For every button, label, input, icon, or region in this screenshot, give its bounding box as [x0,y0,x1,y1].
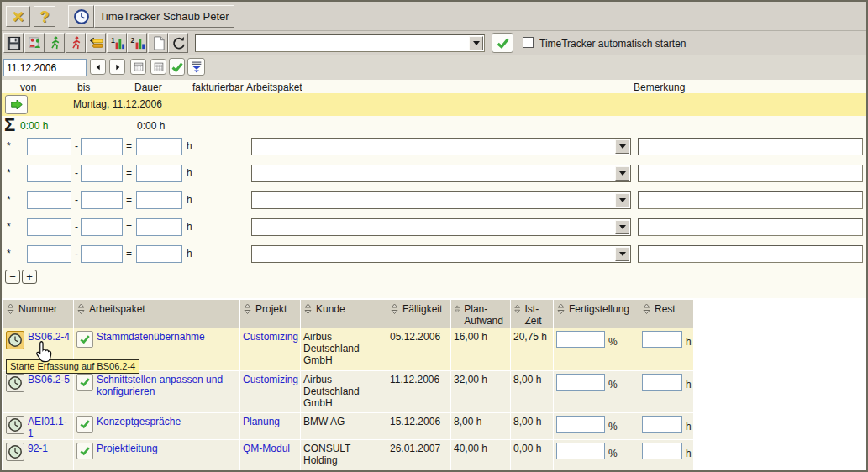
bemerkung-input[interactable] [638,218,863,236]
go-to-day-button[interactable] [5,95,28,114]
col-header-rest[interactable]: Rest [639,300,693,328]
col-header-ist-zeit[interactable]: Ist-Zeit [511,300,553,328]
dropdown-arrow-icon[interactable] [615,166,629,181]
calendar-button[interactable] [130,59,146,75]
complete-task-button[interactable] [76,331,93,348]
dauer-input[interactable] [136,191,182,209]
projekt-link[interactable]: QM-Modul [243,443,290,454]
dropdown-arrow-icon[interactable] [615,247,629,261]
bemerkung-input[interactable] [638,245,863,263]
start-tracking-button[interactable] [6,374,24,392]
date-input[interactable] [3,59,87,76]
previous-day-button[interactable] [90,59,106,75]
dropdown-arrow-icon[interactable] [469,36,483,50]
bemerkung-input[interactable] [638,165,863,182]
bis-input[interactable] [81,191,123,209]
fertigstellung-input[interactable] [556,374,605,391]
von-input[interactable] [27,245,71,263]
arbeitspaket-select[interactable] [251,218,631,236]
fertigstellung-input[interactable] [556,331,605,348]
arbeitspaket-select[interactable] [251,245,631,263]
col-header-nummer[interactable]: Nummer [3,300,73,328]
remove-row-button[interactable]: − [5,270,20,284]
rest-input[interactable] [642,416,682,433]
start-tracking-button[interactable] [6,416,24,434]
projekt-link[interactable]: Planung [243,416,280,427]
add-row-button[interactable]: + [22,270,37,284]
complete-task-button[interactable] [76,374,93,391]
arbeitspaket-link[interactable]: Projektleitung [97,443,158,454]
start-tracking-toolbar-button[interactable] [45,33,65,53]
help-button[interactable]: ? [34,6,55,27]
rest-input[interactable] [642,443,682,459]
dauer-input[interactable] [136,218,182,236]
col-header-projekt[interactable]: Projekt [240,300,300,328]
save-button[interactable] [3,33,24,53]
arbeitspaket-link[interactable]: Schnittstellen anpassen und konfiguriere… [97,374,237,397]
bemerkung-input[interactable] [638,191,863,209]
refresh-button[interactable] [168,33,188,53]
row-controls: − + [5,270,37,284]
projekt-link[interactable]: Customizing [243,374,298,385]
dropdown-arrow-icon[interactable] [615,193,629,207]
bis-input[interactable] [81,245,123,263]
complete-task-button[interactable] [76,416,93,433]
dauer-input[interactable] [136,138,182,155]
bemerkung-input[interactable] [638,138,863,155]
col-header-arbeitspaket[interactable]: Arbeitspaket [74,300,239,328]
start-tracking-button[interactable] [6,331,24,349]
task-number-link[interactable]: BS06.2-5 [28,374,70,385]
fertigstellung-input[interactable] [556,416,605,433]
fertigstellung-input[interactable] [556,443,605,459]
arbeitspaket-select[interactable] [251,165,631,182]
report-2-button[interactable]: 2 [127,33,147,53]
col-header-fertigstellung[interactable]: Fertigstellung [554,300,639,328]
stop-tracking-toolbar-button[interactable] [66,33,86,53]
apply-date-button[interactable] [169,58,185,76]
switch-user-button[interactable] [24,33,45,53]
task-number-link[interactable]: 92-1 [28,443,48,454]
arbeitspaket-select[interactable] [251,191,631,209]
rest-input[interactable] [642,374,682,391]
collapse-all-button[interactable] [187,58,205,76]
task-quick-select[interactable] [195,34,485,52]
next-day-button[interactable] [109,59,125,75]
confirm-button[interactable] [492,33,513,53]
report-1-button[interactable]: 1 [107,33,127,53]
minus-separator: - [75,248,78,260]
col-header-kunde[interactable]: Kunde [301,300,387,328]
arbeitspaket-link[interactable]: Konzeptgespräche [97,416,181,427]
app-clock-button[interactable] [68,5,94,28]
von-input[interactable] [27,138,71,155]
col-header-plan-aufwand[interactable]: Plan-Aufwand [451,300,510,328]
col-header-faelligkeit[interactable]: Fälligkeit [387,300,450,328]
arbeitspaket-select[interactable] [251,138,631,155]
complete-task-button[interactable] [76,443,93,459]
table-cell-projekt: Customizing [240,371,300,412]
autostart-label: TimeTracker automatisch starten [539,38,687,50]
pause-button[interactable] [86,33,106,53]
sort-icon [391,303,398,315]
dropdown-arrow-icon[interactable] [615,220,629,234]
arbeitspaket-link[interactable]: Stammdatenübernahme [97,331,205,343]
von-input[interactable] [27,191,71,209]
walking-person-green-icon [47,35,63,51]
plan-aufwand-text: 40,00 h [454,443,487,454]
table-row: BS06.2-5 [3,371,73,412]
dauer-input[interactable] [136,165,182,182]
von-input[interactable] [27,218,71,236]
new-entry-button[interactable] [148,33,168,53]
task-number-link[interactable]: AEI01.1-1 [28,416,71,439]
bis-input[interactable] [81,165,123,182]
bis-input[interactable] [81,138,123,155]
autostart-checkbox[interactable] [523,37,534,48]
week-calendar-button[interactable] [150,59,166,75]
projekt-link[interactable]: Customizing [243,331,298,343]
rest-input[interactable] [642,331,682,348]
bis-input[interactable] [81,218,123,236]
von-input[interactable] [27,165,71,182]
dropdown-arrow-icon[interactable] [615,139,629,154]
dauer-input[interactable] [136,245,182,263]
close-button[interactable]: ✕ [6,6,30,27]
start-tracking-button[interactable] [6,443,24,461]
